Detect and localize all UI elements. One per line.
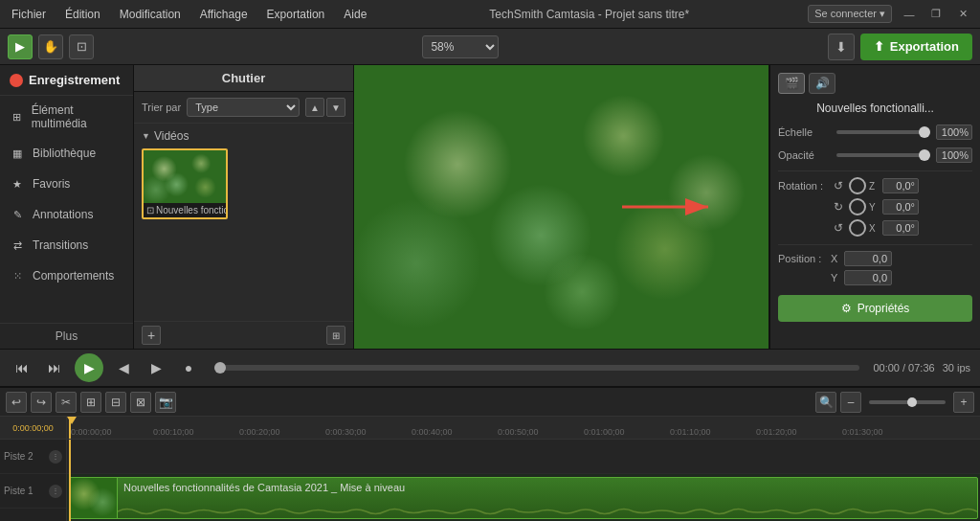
rotation-x-circle[interactable]: [849, 219, 866, 237]
video-tab[interactable]: 🎬: [778, 73, 805, 94]
audio-tab[interactable]: 🔊: [809, 73, 835, 94]
position-y-value[interactable]: 0,0: [844, 270, 892, 285]
fps-display: 30 ips: [943, 362, 970, 374]
sort-type-select[interactable]: Type Nom Date: [187, 98, 300, 117]
video-clip[interactable]: Nouvelles fonctionnalités de Camtasia 20…: [69, 477, 978, 519]
chutier-view-button[interactable]: ⊞: [326, 326, 345, 345]
position-y-axis: Y: [831, 272, 844, 283]
play-button[interactable]: ▶: [75, 353, 103, 382]
zoom-minus-button[interactable]: –: [840, 392, 861, 413]
rotation-z-icon: ↺: [831, 178, 846, 193]
piste1-label: Piste 1: [4, 486, 33, 496]
rotation-x-value[interactable]: 0,0°: [882, 220, 919, 236]
scale-slider[interactable]: [836, 130, 930, 134]
window-title: TechSmith Camtasia - Projet sans titre*: [489, 8, 689, 21]
zoom-plus-button[interactable]: +: [953, 392, 974, 413]
menu-modification[interactable]: Modification: [116, 6, 185, 23]
forward-button[interactable]: ▶: [144, 355, 168, 380]
sidebar-item-favoris[interactable]: ★ Favoris: [0, 169, 133, 199]
toolbar: ▶ ✋ ⊡ 58% 100% 50% 25% ⬇ ⬆ Exportation: [0, 29, 980, 65]
rotation-y-value[interactable]: 0,0°: [882, 199, 919, 215]
timestamp-header: 0:00:00;00: [0, 417, 66, 440]
menu-exportation[interactable]: Exportation: [263, 6, 329, 23]
clip-btn-2[interactable]: ⊟: [105, 392, 126, 413]
rotation-y-axis: Y: [869, 202, 882, 213]
opacity-value[interactable]: 100%: [936, 147, 972, 163]
timeline-zoom-slider[interactable]: [869, 400, 946, 404]
clip-label: Nouvelles fonctionnalités de Camtasia 20…: [70, 478, 977, 495]
cut-button[interactable]: ✂: [56, 392, 77, 413]
record-indicator: [10, 74, 23, 87]
zoom-out-button[interactable]: 🔍: [815, 392, 836, 413]
menu-affichage[interactable]: Affichage: [196, 6, 252, 23]
piste1-options-button[interactable]: ⋮: [49, 485, 62, 498]
marker-button[interactable]: ●: [176, 355, 201, 380]
properties-label: Propriétés: [858, 302, 910, 315]
prev-frame-button[interactable]: ⏭: [42, 355, 67, 380]
annotations-icon: ✎: [10, 207, 25, 222]
connect-button[interactable]: Se connecter ▾: [808, 5, 892, 23]
piste2-options-button[interactable]: ⋮: [49, 450, 62, 464]
rotation-z-circle[interactable]: [849, 177, 866, 194]
export-button[interactable]: ⬆ Exportation: [860, 34, 972, 60]
video-thumbnail[interactable]: ⊡ Nouvelles fonction...: [142, 148, 228, 219]
sort-desc-button[interactable]: ▼: [326, 98, 345, 117]
rewind-button[interactable]: ⏮: [10, 355, 34, 380]
sidebar-item-annotations[interactable]: ✎ Annotations: [0, 199, 133, 230]
ruler-mark-120: 0:01:20;00: [756, 427, 797, 437]
track-piste1: Nouvelles fonctionnalités de Camtasia 20…: [67, 474, 980, 521]
videos-section: ▼ Vidéos ⊡ Nouvelles fonction...: [134, 124, 353, 225]
chutier-panel: Chutier Trier par Type Nom Date ▲ ▼ ▼ Vi…: [134, 65, 354, 349]
position-x-row: Position : X 0,0: [778, 251, 972, 266]
favoris-icon: ★: [10, 176, 25, 192]
sidebar-item-comportements[interactable]: ⁙ Comportements: [0, 260, 133, 291]
hand-tool-button[interactable]: ✋: [38, 34, 63, 59]
undo-button[interactable]: ↩: [6, 392, 27, 413]
opacity-slider[interactable]: [836, 153, 930, 157]
menu-edition[interactable]: Édition: [61, 6, 104, 23]
playhead-timestamp: 0:00:00;00: [12, 423, 54, 433]
videos-collapse-icon: ▼: [142, 131, 150, 141]
sidebar-more-button[interactable]: Plus: [0, 323, 133, 349]
close-button[interactable]: ✕: [953, 5, 972, 24]
crop-tool-button[interactable]: ⊡: [69, 34, 94, 59]
minimize-button[interactable]: —: [900, 5, 919, 24]
chutier-title: Chutier: [134, 65, 353, 92]
download-button[interactable]: ⬇: [828, 34, 855, 60]
playhead-triangle: [67, 417, 77, 424]
timeline: ↩ ↪ ✂ ⊞ ⊟ ⊠ 📷 🔍 – + 0:00:00;00 Piste 2 ⋮: [0, 387, 980, 521]
sidebar-item-multimedia[interactable]: ⊞ Élément multimédia: [0, 96, 133, 138]
menu-fichier[interactable]: Fichier: [8, 6, 50, 23]
clip-btn-3[interactable]: ⊠: [130, 392, 151, 413]
position-x-value[interactable]: 0,0: [844, 251, 892, 266]
opacity-row: Opacité 100%: [778, 147, 972, 163]
back-button[interactable]: ◀: [111, 355, 136, 380]
menu-aide[interactable]: Aide: [340, 6, 370, 23]
properties-button[interactable]: ⚙ Propriétés: [778, 295, 972, 322]
sort-buttons: ▲ ▼: [305, 98, 345, 117]
progress-bar[interactable]: [214, 365, 859, 371]
restore-button[interactable]: ❐: [926, 5, 946, 24]
zoom-select[interactable]: 58% 100% 50% 25%: [422, 35, 499, 58]
sidebar-label-multimedia: Élément multimédia: [32, 103, 123, 130]
videos-section-header[interactable]: ▼ Vidéos: [142, 129, 345, 143]
rotation-z-value[interactable]: 0,0°: [882, 178, 919, 193]
redo-button[interactable]: ↪: [31, 392, 52, 413]
sidebar-label-favoris: Favoris: [33, 177, 70, 191]
sidebar-item-transitions[interactable]: ⇄ Transitions: [0, 230, 133, 260]
rotation-y-circle[interactable]: [849, 198, 866, 215]
sort-asc-button[interactable]: ▲: [305, 98, 324, 117]
progress-handle[interactable]: [214, 362, 226, 374]
piste2-label: Piste 2: [4, 451, 33, 462]
select-tool-button[interactable]: ▶: [8, 34, 33, 59]
property-panel-title: Nouvelles fonctionalli...: [778, 102, 972, 115]
clip-btn-1[interactable]: ⊞: [80, 392, 101, 413]
menu-bar: Fichier Édition Modification Affichage E…: [8, 6, 370, 23]
rotation-x-icon: ↺: [831, 220, 846, 236]
scale-value[interactable]: 100%: [936, 125, 972, 140]
rotation-x-row: ↺ X 0,0°: [778, 219, 972, 237]
chutier-add-button[interactable]: +: [142, 326, 161, 345]
screenshot-button[interactable]: 📷: [155, 392, 176, 413]
sidebar-item-bibliotheque[interactable]: ▦ Bibliothèque: [0, 138, 133, 169]
time-total: 07:36: [908, 362, 935, 374]
